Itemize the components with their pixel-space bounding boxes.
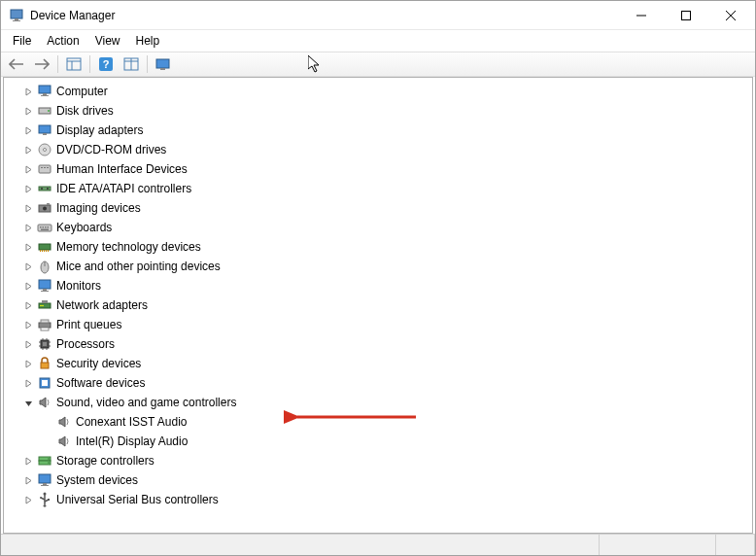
back-button[interactable] (5, 53, 28, 75)
menu-file[interactable]: File (5, 32, 39, 50)
svg-rect-22 (39, 125, 51, 133)
disk-icon (37, 103, 52, 119)
svg-rect-23 (43, 133, 47, 135)
minimize-button[interactable] (619, 2, 664, 29)
tree-node-label: Conexant ISST Audio (76, 415, 188, 429)
close-button[interactable] (708, 2, 753, 29)
toolbar-separator (147, 55, 148, 73)
network-icon (37, 297, 52, 313)
menu-view[interactable]: View (87, 32, 128, 50)
tree-node-label: IDE ATA/ATAPI controllers (56, 182, 191, 195)
svg-rect-79 (41, 485, 49, 486)
tree-node[interactable]: Disk drives (4, 101, 752, 121)
svg-rect-46 (46, 250, 47, 252)
expand-arrow-icon[interactable] (21, 162, 35, 176)
maximize-button[interactable] (664, 2, 708, 29)
tree-node[interactable]: Sound, video and game controllers (4, 393, 752, 412)
expand-arrow-icon[interactable] (21, 279, 35, 293)
expand-arrow-icon[interactable] (21, 104, 35, 118)
expand-arrow-icon[interactable] (21, 337, 35, 351)
expand-arrow-icon[interactable] (21, 221, 35, 234)
expand-arrow-icon[interactable] (21, 298, 35, 312)
sound-icon (56, 414, 72, 430)
tree-node-label: Display adapters (56, 123, 143, 137)
tree-node-label: Mice and other pointing devices (56, 260, 221, 273)
expand-arrow-icon[interactable] (21, 123, 35, 137)
properties-button[interactable] (120, 53, 143, 75)
tree-child-node[interactable]: Intel(R) Display Audio (4, 432, 752, 451)
svg-rect-44 (42, 250, 43, 252)
expand-arrow-icon[interactable] (21, 376, 35, 390)
tree-node[interactable]: Software devices (4, 373, 752, 393)
tree-node[interactable]: DVD/CD-ROM drives (4, 140, 752, 159)
tree-node-label: Intel(R) Display Audio (76, 434, 188, 448)
tree-node[interactable]: Processors (4, 334, 752, 354)
menu-action[interactable]: Action (39, 32, 86, 50)
status-cell (716, 535, 755, 555)
tree-node-label: Network adapters (56, 298, 148, 312)
tree-node[interactable]: Memory technology devices (4, 237, 752, 257)
tree-node[interactable]: Security devices (4, 354, 752, 373)
show-hidden-button[interactable] (62, 53, 86, 75)
svg-rect-27 (41, 167, 43, 168)
svg-point-25 (44, 149, 47, 152)
svg-point-32 (47, 188, 49, 190)
tree-node[interactable]: Human Interface Devices (4, 159, 752, 179)
tree-node[interactable]: Network adapters (4, 295, 752, 315)
tree-node[interactable]: Monitors (4, 276, 752, 295)
tree-node[interactable]: Universal Serial Bus controllers (4, 490, 752, 509)
svg-point-75 (48, 458, 50, 460)
cpu-icon (37, 336, 52, 352)
tree-node-label: System devices (56, 473, 138, 487)
svg-rect-59 (41, 328, 49, 330)
expand-arrow-icon[interactable] (21, 143, 35, 156)
svg-rect-15 (156, 59, 169, 68)
tree-node[interactable]: Mice and other pointing devices (4, 257, 752, 276)
tree-node[interactable]: Storage controllers (4, 451, 752, 470)
expand-arrow-icon[interactable] (21, 201, 35, 215)
svg-point-55 (40, 305, 42, 307)
scan-button[interactable] (152, 53, 175, 75)
tree-child-node[interactable]: Conexant ISST Audio (4, 412, 752, 432)
menu-help[interactable]: Help (128, 32, 168, 50)
expand-arrow-icon[interactable] (21, 396, 35, 409)
svg-rect-47 (48, 250, 49, 252)
expand-arrow-icon[interactable] (21, 318, 35, 331)
keyboard-icon (37, 220, 52, 235)
svg-point-56 (42, 305, 44, 307)
svg-rect-50 (39, 280, 51, 289)
expand-arrow-icon[interactable] (21, 357, 35, 370)
svg-rect-52 (41, 291, 49, 292)
toolbar: ? (1, 52, 755, 77)
expand-arrow-icon[interactable] (21, 454, 35, 468)
svg-rect-57 (39, 323, 51, 328)
tree-node[interactable]: System devices (4, 470, 752, 490)
svg-point-34 (43, 207, 47, 211)
expand-arrow-icon[interactable] (21, 493, 35, 506)
svg-point-76 (48, 462, 50, 464)
svg-rect-70 (41, 363, 49, 368)
tree-node[interactable]: Display adapters (4, 121, 752, 140)
help-button[interactable]: ? (94, 53, 118, 75)
tree-node[interactable]: Imaging devices (4, 198, 752, 218)
titlebar: Device Manager (1, 1, 755, 30)
svg-rect-4 (682, 11, 691, 19)
tree-node-label: Computer (56, 85, 108, 98)
forward-button[interactable] (30, 53, 53, 75)
tree-node[interactable]: Computer (4, 82, 752, 101)
imaging-icon (37, 200, 52, 216)
sound-icon (56, 434, 72, 449)
tree-node[interactable]: Print queues (4, 315, 752, 334)
svg-rect-78 (43, 483, 47, 485)
svg-rect-30 (39, 187, 51, 191)
tree-node[interactable]: Keyboards (4, 218, 752, 237)
tree-node-label: Sound, video and game controllers (56, 396, 236, 409)
svg-rect-1 (15, 18, 18, 20)
expand-arrow-icon[interactable] (21, 182, 35, 195)
tree-node[interactable]: IDE ATA/ATAPI controllers (4, 179, 752, 198)
device-tree[interactable]: ComputerDisk drivesDisplay adaptersDVD/C… (4, 78, 752, 533)
expand-arrow-icon[interactable] (21, 240, 35, 254)
expand-arrow-icon[interactable] (21, 260, 35, 273)
expand-arrow-icon[interactable] (21, 85, 35, 98)
expand-arrow-icon[interactable] (21, 473, 35, 487)
